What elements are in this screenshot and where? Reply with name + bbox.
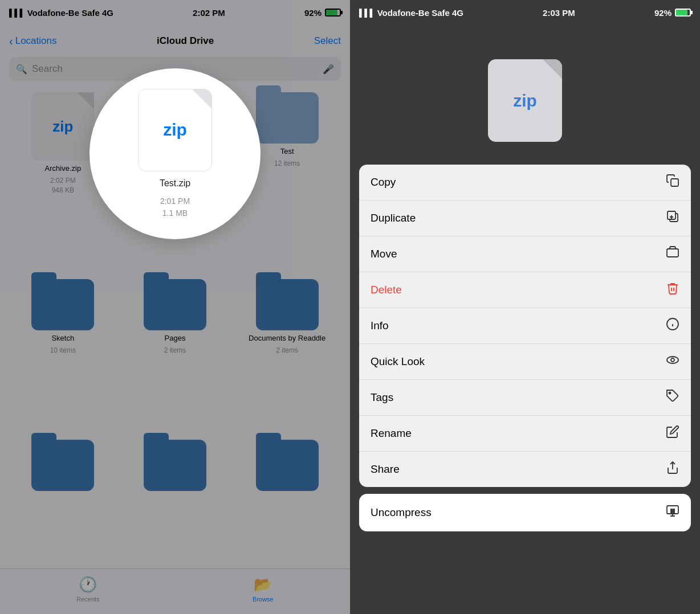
page-title: iCloud Drive xyxy=(157,35,214,47)
circle-filename: Test.zip xyxy=(160,178,190,189)
select-button[interactable]: Select xyxy=(314,35,341,47)
recents-icon: 🕐 xyxy=(79,576,97,593)
menu-label-duplicate: Duplicate xyxy=(371,212,416,224)
left-panel: ▌▌▌ Vodafone-Be Safe 4G 2:02 PM 92% ‹ Lo… xyxy=(0,0,350,614)
network-label: 4G xyxy=(102,8,113,18)
tab-bar: 🕐 Recents 📂 Browse xyxy=(0,568,350,614)
right-zip-preview: zip xyxy=(350,25,700,165)
right-battery-pct: 92% xyxy=(654,8,671,18)
menu-item-share[interactable]: Share xyxy=(359,452,691,487)
left-status-right: 92% xyxy=(304,8,341,18)
folder-meta-test: 12 items xyxy=(274,159,300,169)
uncompress-icon xyxy=(666,504,679,521)
folder-name-docs: Documents by Readdle xyxy=(249,334,325,342)
folder-icon-bottom3 xyxy=(256,440,319,491)
back-button[interactable]: ‹ Locations xyxy=(9,35,56,48)
folder-item-bottom1[interactable] xyxy=(9,440,117,564)
menu-item-copy[interactable]: Copy xyxy=(359,165,691,200)
zip-icon-archive: zip xyxy=(31,92,94,161)
right-zip-icon: zip xyxy=(488,59,562,142)
left-status-left: ▌▌▌ Vodafone-Be Safe 4G xyxy=(9,8,113,18)
folder-meta-docs: 2 items xyxy=(276,346,298,355)
right-network-label: 4G xyxy=(452,8,463,18)
svg-rect-4 xyxy=(667,249,678,257)
right-zip-label: zip xyxy=(513,91,537,110)
folder-meta-sketch: 10 items xyxy=(50,346,76,355)
folder-icon-sketch xyxy=(31,279,94,330)
right-carrier-label: Vodafone-Be Safe xyxy=(377,8,450,18)
menu-item-delete[interactable]: Delete xyxy=(359,272,691,308)
svg-rect-0 xyxy=(671,179,678,186)
tab-recents[interactable]: 🕐 Recents xyxy=(76,576,99,603)
back-chevron-icon: ‹ xyxy=(9,35,13,48)
folder-item-docs[interactable]: Documents by Readdle 2 items xyxy=(233,279,341,428)
menu-label-copy: Copy xyxy=(371,176,396,189)
folder-item-bottom2[interactable] xyxy=(121,440,229,564)
recents-label: Recents xyxy=(76,596,99,603)
folder-icon-pages xyxy=(144,279,206,330)
menu-item-uncompress[interactable]: Uncompress xyxy=(359,494,691,531)
folder-name-pages: Pages xyxy=(165,334,186,342)
carrier-label: Vodafone-Be Safe xyxy=(27,8,100,18)
menu-item-duplicate[interactable]: Duplicate xyxy=(359,200,691,236)
folder-icon-bottom2 xyxy=(144,440,206,491)
browse-label: Browse xyxy=(253,596,274,603)
right-battery-icon xyxy=(675,9,691,17)
file-preview-circle: zip Test.zip 2:01 PM1.1 MB xyxy=(89,68,261,239)
menu-item-quicklook[interactable]: Quick Look xyxy=(359,344,691,380)
folder-icon-test xyxy=(256,92,319,144)
right-status-left: ▌▌▌ Vodafone-Be Safe 4G xyxy=(359,8,463,18)
folder-item-bottom3[interactable] xyxy=(233,440,341,564)
menu-label-rename: Rename xyxy=(371,427,412,440)
copy-icon xyxy=(666,174,679,191)
menu-item-rename[interactable]: Rename xyxy=(359,416,691,452)
folder-item-pages[interactable]: Pages 2 items xyxy=(121,279,229,428)
tags-icon xyxy=(666,389,679,406)
left-status-bar: ▌▌▌ Vodafone-Be Safe 4G 2:02 PM 92% xyxy=(0,0,350,25)
zip-label-archive: zip xyxy=(52,118,73,136)
mic-icon[interactable]: 🎤 xyxy=(323,64,334,75)
menu-label-delete: Delete xyxy=(371,284,402,296)
share-icon xyxy=(666,461,679,478)
battery-fill xyxy=(326,10,337,15)
menu-item-move[interactable]: Move xyxy=(359,236,691,272)
duplicate-icon xyxy=(666,210,679,227)
search-icon: 🔍 xyxy=(16,64,27,75)
move-icon xyxy=(666,245,679,263)
folder-name-sketch: Sketch xyxy=(51,334,74,342)
uncompress-section: Uncompress xyxy=(359,494,691,531)
info-icon xyxy=(666,317,679,334)
right-battery-fill xyxy=(676,10,687,15)
delete-icon xyxy=(666,281,679,298)
menu-item-tags[interactable]: Tags xyxy=(359,380,691,416)
menu-item-info[interactable]: Info xyxy=(359,308,691,344)
svg-rect-12 xyxy=(667,506,678,514)
quicklook-icon xyxy=(666,353,679,370)
circle-zip-icon: zip xyxy=(138,89,212,171)
folder-name-test: Test xyxy=(280,147,294,155)
left-nav-bar: ‹ Locations iCloud Drive Select xyxy=(0,25,350,57)
battery-icon xyxy=(325,9,341,17)
rename-icon xyxy=(666,425,679,442)
menu-label-quicklook: Quick Look xyxy=(371,355,425,368)
right-signal-icon: ▌▌▌ xyxy=(359,9,375,17)
right-status-bar: ▌▌▌ Vodafone-Be Safe 4G 2:03 PM 92% xyxy=(350,0,700,25)
context-menu: Copy Duplicate Move Delete Info xyxy=(359,165,691,487)
circle-filemeta: 2:01 PM1.1 MB xyxy=(160,195,190,219)
svg-point-8 xyxy=(667,357,678,363)
menu-label-uncompress: Uncompress xyxy=(371,506,432,519)
right-panel: ▌▌▌ Vodafone-Be Safe 4G 2:03 PM 92% zip … xyxy=(350,0,700,614)
browse-icon: 📂 xyxy=(254,576,272,593)
svg-point-10 xyxy=(669,392,671,394)
menu-label-share: Share xyxy=(371,463,400,476)
right-status-right: 92% xyxy=(654,8,691,18)
menu-label-move: Move xyxy=(371,248,397,260)
folder-item-sketch[interactable]: Sketch 10 items xyxy=(9,279,117,428)
battery-pct: 92% xyxy=(304,8,321,18)
folder-icon-bottom1 xyxy=(31,440,94,491)
circle-zip-label: zip xyxy=(163,120,187,140)
filemeta-archive: 2:02 PM948 KB xyxy=(50,176,76,195)
menu-label-info: Info xyxy=(371,320,389,332)
tab-browse[interactable]: 📂 Browse xyxy=(253,576,274,603)
filename-archive: Archive.zip xyxy=(45,164,82,173)
